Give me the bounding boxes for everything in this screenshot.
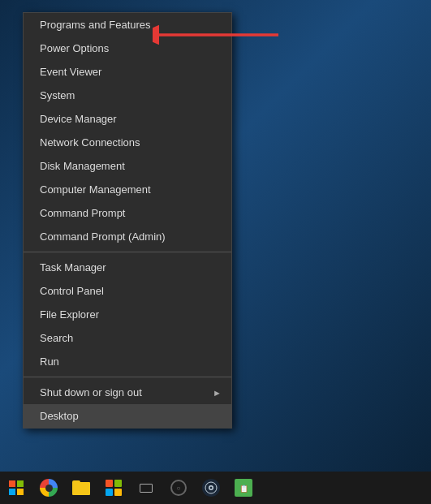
start-button[interactable]	[0, 472, 32, 504]
menu-item-programs-features[interactable]: Programs and Features	[24, 13, 231, 37]
menu-item-system[interactable]: System	[24, 84, 231, 107]
taskbar-steam-icon[interactable]	[195, 472, 227, 504]
svg-rect-5	[17, 489, 24, 495]
taskbar-chrome-icon[interactable]	[32, 472, 65, 504]
submenu-arrow-icon: ►	[213, 388, 222, 398]
menu-item-command-prompt[interactable]: Command Prompt	[24, 201, 231, 225]
menu-item-computer-management[interactable]: Computer Management	[24, 178, 231, 201]
svg-rect-9	[114, 489, 122, 496]
taskbar-file-explorer-icon[interactable]	[65, 472, 97, 504]
svg-rect-2	[9, 480, 15, 487]
cortana-logo-icon: ○	[170, 480, 187, 496]
menu-item-network-connections[interactable]: Network Connections	[24, 131, 231, 154]
menu-item-file-explorer[interactable]: File Explorer	[24, 303, 231, 326]
menu-item-command-prompt-admin[interactable]: Command Prompt (Admin)	[24, 225, 231, 248]
menu-item-task-manager[interactable]: Task Manager	[24, 256, 231, 279]
svg-text:📋: 📋	[239, 484, 249, 493]
taskbar: ○ 📋	[0, 472, 431, 504]
menu-item-event-viewer[interactable]: Event Viewer	[24, 60, 231, 84]
menu-item-device-manager[interactable]: Device Manager	[24, 107, 231, 131]
taskbar-green-app-icon[interactable]: 📋	[227, 472, 260, 504]
svg-point-12	[210, 487, 213, 489]
menu-item-power-options[interactable]: Power Options	[24, 37, 231, 60]
windows-store-logo-icon	[105, 479, 123, 497]
menu-item-shut-down[interactable]: Shut down or sign out ►	[24, 381, 231, 404]
menu-item-disk-management[interactable]: Disk Management	[24, 154, 231, 178]
svg-rect-7	[114, 480, 122, 487]
menu-item-control-panel[interactable]: Control Panel	[24, 279, 231, 303]
taskbar-windows-store-icon[interactable]	[97, 472, 130, 504]
chrome-logo-icon	[40, 479, 58, 497]
taskbar-task-view-icon[interactable]	[130, 472, 162, 504]
green-app-logo-icon: 📋	[235, 479, 252, 497]
file-explorer-logo-icon	[72, 480, 90, 495]
svg-rect-3	[17, 480, 24, 487]
svg-rect-6	[106, 480, 113, 487]
task-view-logo-icon	[140, 484, 153, 493]
menu-divider-2	[24, 377, 231, 377]
steam-logo-icon	[202, 479, 220, 497]
svg-rect-8	[106, 489, 113, 496]
menu-divider-1	[24, 252, 231, 252]
svg-rect-4	[9, 489, 15, 495]
menu-item-search[interactable]: Search	[24, 326, 231, 350]
menu-item-run[interactable]: Run	[24, 350, 231, 373]
context-menu: Programs and Features Power Options Even…	[23, 12, 232, 429]
menu-item-desktop[interactable]: Desktop	[24, 404, 231, 428]
taskbar-cortana-icon[interactable]: ○	[162, 472, 195, 504]
windows-logo-icon	[9, 480, 24, 495]
